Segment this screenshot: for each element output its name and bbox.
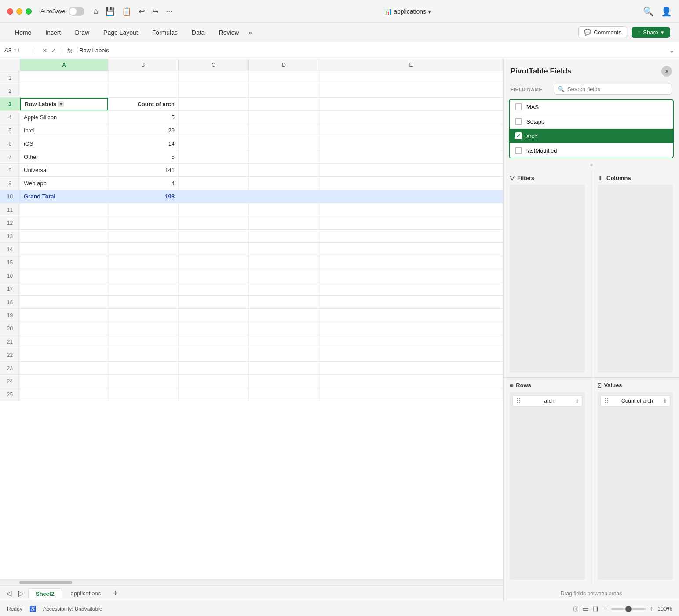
scroll-thumb[interactable]	[19, 581, 72, 584]
ribbon-tab-home[interactable]: Home	[9, 26, 37, 39]
field-checkbox-mas[interactable]	[515, 103, 522, 110]
sheet-nav-next[interactable]: ▷	[16, 587, 26, 599]
ribbon-more-icon[interactable]: »	[249, 29, 252, 36]
col-header-c[interactable]: C	[179, 59, 249, 71]
comments-button[interactable]: 💬 Comments	[578, 26, 627, 38]
field-search-box[interactable]: 🔍	[554, 84, 672, 95]
cell-e6[interactable]	[319, 137, 503, 150]
cell-reference-box[interactable]: A3 ⬆⬇	[4, 47, 35, 54]
search-icon[interactable]: 🔍	[643, 6, 654, 17]
formula-expand-icon[interactable]: ⌄	[669, 46, 675, 55]
close-button[interactable]	[7, 8, 13, 15]
cell-b8[interactable]: 141	[108, 164, 179, 176]
col-header-b[interactable]: B	[108, 59, 179, 71]
autosave-toggle[interactable]	[69, 7, 84, 16]
save-alt-icon[interactable]: 📋	[122, 7, 131, 16]
cell-c1[interactable]	[179, 71, 249, 84]
cell-b2[interactable]	[108, 84, 179, 97]
sheet-tab-sheet2[interactable]: Sheet2	[28, 588, 62, 599]
cell-b4[interactable]: 5	[108, 111, 179, 124]
cell-a2[interactable]	[20, 84, 108, 97]
cell-d9[interactable]	[249, 177, 319, 190]
minimize-button[interactable]	[16, 8, 22, 15]
formula-cancel-icon[interactable]: ✕	[42, 47, 47, 54]
cell-a10[interactable]: Grand Total	[20, 190, 108, 203]
horizontal-scrollbar[interactable]	[0, 579, 503, 585]
zoom-thumb[interactable]	[625, 606, 632, 612]
filter-dropdown-icon[interactable]: ▾	[58, 101, 64, 107]
cell-e10[interactable]	[319, 190, 503, 203]
cell-d5[interactable]	[249, 124, 319, 137]
values-tag-arch-info-icon[interactable]: ℹ	[664, 398, 666, 404]
zoom-in-icon[interactable]: +	[650, 605, 653, 613]
cell-e3[interactable]	[319, 98, 503, 110]
cell-b6[interactable]: 14	[108, 137, 179, 150]
pivot-close-button[interactable]: ✕	[661, 66, 672, 77]
cell-b3[interactable]: Count of arch	[108, 98, 179, 110]
page-break-view-icon[interactable]: ⊟	[592, 605, 598, 613]
maximize-button[interactable]	[26, 8, 32, 15]
cell-b10[interactable]: 198	[108, 190, 179, 203]
grid-view-icon[interactable]: ⊞	[573, 605, 579, 613]
col-header-e[interactable]: E	[319, 59, 503, 71]
cell-d7[interactable]	[249, 150, 319, 163]
cell-d10[interactable]	[249, 190, 319, 203]
cell-d8[interactable]	[249, 164, 319, 176]
cell-b5[interactable]: 29	[108, 124, 179, 137]
page-view-icon[interactable]: ▭	[582, 605, 589, 613]
field-checkbox-setapp[interactable]	[515, 118, 522, 125]
title-chevron-icon[interactable]: ▾	[428, 8, 431, 15]
values-drop-zone[interactable]: ⠿ Count of arch ℹ	[598, 392, 673, 580]
cell-a1[interactable]	[20, 71, 108, 84]
field-checkbox-lastmodified[interactable]	[515, 147, 522, 154]
cell-a3[interactable]: Row Labels ▾	[20, 98, 108, 110]
cell-e7[interactable]	[319, 150, 503, 163]
ribbon-tab-review[interactable]: Review	[213, 26, 245, 39]
cell-c10[interactable]	[179, 190, 249, 203]
rows-drop-zone[interactable]: ⠿ arch ℹ	[510, 392, 585, 580]
sheet-nav-prev[interactable]: ◁	[4, 587, 14, 599]
field-search-input[interactable]	[567, 86, 668, 92]
cell-c4[interactable]	[179, 111, 249, 124]
cell-c8[interactable]	[179, 164, 249, 176]
cell-e8[interactable]	[319, 164, 503, 176]
zoom-out-icon[interactable]: −	[603, 605, 607, 613]
cell-b7[interactable]: 5	[108, 150, 179, 163]
cell-d3[interactable]	[249, 98, 319, 110]
cell-d6[interactable]	[249, 137, 319, 150]
col-header-a[interactable]: A	[20, 59, 108, 71]
redo-icon[interactable]: ↪	[152, 7, 159, 16]
field-checkbox-arch[interactable]: ✓	[515, 132, 522, 139]
cell-c7[interactable]	[179, 150, 249, 163]
undo-icon[interactable]: ↩	[139, 7, 145, 16]
formula-confirm-icon[interactable]: ✓	[51, 47, 56, 54]
cell-a4[interactable]: Apple Silicon	[20, 111, 108, 124]
ribbon-tab-data[interactable]: Data	[186, 26, 211, 39]
save-icon[interactable]: 💾	[105, 7, 115, 16]
ribbon-tab-formulas[interactable]: Formulas	[146, 26, 184, 39]
cell-a9[interactable]: Web app	[20, 177, 108, 190]
cell-a8[interactable]: Universal	[20, 164, 108, 176]
cell-e1[interactable]	[319, 71, 503, 84]
cell-d4[interactable]	[249, 111, 319, 124]
cell-c6[interactable]	[179, 137, 249, 150]
field-item-mas[interactable]: MAS	[510, 100, 673, 114]
cell-c9[interactable]	[179, 177, 249, 190]
share-button[interactable]: ↑ Share ▾	[632, 27, 670, 38]
values-tag-count-arch[interactable]: ⠿ Count of arch ℹ	[600, 395, 670, 407]
cell-e5[interactable]	[319, 124, 503, 137]
add-sheet-button[interactable]: +	[110, 588, 121, 599]
ribbon-tab-insert[interactable]: Insert	[39, 26, 67, 39]
field-item-setapp[interactable]: Setapp	[510, 114, 673, 129]
ribbon-tab-pagelayout[interactable]: Page Layout	[97, 26, 144, 39]
cell-a7[interactable]: Other	[20, 150, 108, 163]
cell-d1[interactable]	[249, 71, 319, 84]
columns-drop-zone[interactable]	[598, 185, 673, 373]
profile-icon[interactable]: 👤	[661, 6, 672, 17]
rows-tag-arch[interactable]: ⠿ arch ℹ	[512, 395, 582, 407]
cell-a6[interactable]: iOS	[20, 137, 108, 150]
rows-tag-arch-info-icon[interactable]: ℹ	[576, 398, 578, 404]
cell-c5[interactable]	[179, 124, 249, 137]
cell-d2[interactable]	[249, 84, 319, 97]
zoom-slider[interactable]	[611, 608, 646, 610]
